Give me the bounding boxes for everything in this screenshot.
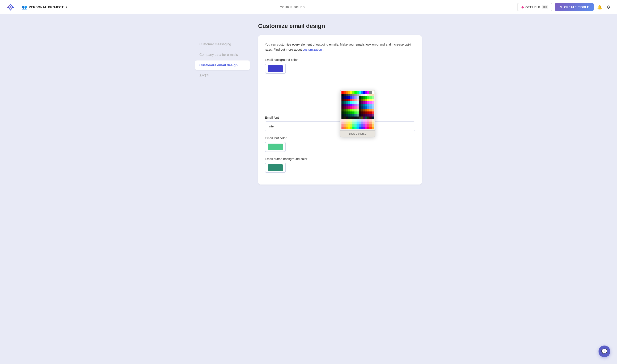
color-cell[interactable] (357, 124, 359, 127)
color-cell[interactable] (372, 99, 374, 101)
color-cell[interactable] (359, 127, 361, 129)
color-cell[interactable] (369, 111, 372, 114)
color-cell[interactable] (341, 101, 344, 104)
color-cell[interactable] (357, 122, 359, 124)
color-cell[interactable] (365, 106, 367, 109)
color-cell[interactable] (348, 106, 350, 109)
color-cell[interactable] (359, 104, 361, 106)
color-cell[interactable] (348, 117, 350, 119)
color-cell[interactable] (354, 111, 357, 114)
color-cell[interactable] (354, 127, 357, 129)
color-cell[interactable] (348, 109, 350, 111)
color-cell[interactable] (357, 104, 359, 106)
color-cell[interactable] (348, 91, 350, 94)
color-cell[interactable] (367, 122, 369, 124)
color-cell[interactable] (352, 127, 354, 129)
color-cell[interactable] (341, 91, 344, 94)
color-cell[interactable] (369, 122, 372, 124)
color-cell[interactable] (354, 101, 357, 104)
color-cell[interactable] (346, 127, 348, 129)
color-cell[interactable] (365, 94, 367, 96)
color-cell[interactable] (365, 91, 367, 94)
color-cell[interactable] (369, 94, 372, 96)
font-color-swatch-button[interactable] (265, 142, 286, 152)
color-cell[interactable] (341, 96, 344, 99)
color-cell[interactable] (359, 119, 361, 122)
color-cell[interactable] (344, 96, 346, 99)
color-cell[interactable] (352, 119, 354, 122)
color-cell[interactable] (348, 104, 350, 106)
color-cell[interactable] (346, 96, 348, 99)
color-cell[interactable] (372, 124, 374, 127)
color-cell[interactable] (365, 124, 367, 127)
color-cell[interactable] (359, 91, 361, 94)
settings-gear-icon[interactable]: ⚙ (606, 4, 611, 11)
color-cell[interactable] (352, 124, 354, 127)
color-cell[interactable] (344, 124, 346, 127)
color-cell[interactable] (344, 104, 346, 106)
color-cell[interactable] (359, 94, 361, 96)
color-cell[interactable] (357, 111, 359, 114)
color-cell[interactable] (354, 124, 357, 127)
color-cell[interactable] (365, 104, 367, 106)
color-cell[interactable] (369, 117, 372, 119)
color-cell[interactable] (344, 111, 346, 114)
color-cell[interactable] (359, 101, 361, 104)
color-cell[interactable] (348, 94, 350, 96)
color-cell[interactable] (367, 117, 369, 119)
color-cell[interactable] (361, 99, 363, 101)
color-cell[interactable] (352, 101, 354, 104)
logo[interactable] (6, 3, 15, 11)
color-cell[interactable] (352, 91, 354, 94)
color-cell[interactable] (369, 99, 372, 101)
color-cell[interactable] (372, 109, 374, 111)
color-cell[interactable] (357, 96, 359, 99)
color-cell[interactable] (369, 96, 372, 99)
color-cell[interactable] (350, 127, 352, 129)
color-cell[interactable] (359, 111, 361, 114)
color-cell[interactable] (361, 127, 363, 129)
color-cell[interactable] (350, 94, 352, 96)
color-cell[interactable] (348, 111, 350, 114)
color-cell[interactable] (361, 122, 363, 124)
color-cell[interactable] (361, 117, 363, 119)
color-cell[interactable] (372, 91, 374, 94)
your-riddles-link[interactable]: YOUR RIDDLES (280, 5, 305, 9)
color-cell[interactable] (352, 111, 354, 114)
color-cell[interactable] (344, 122, 346, 124)
color-cell[interactable] (341, 124, 344, 127)
color-cell[interactable] (359, 96, 361, 99)
color-cell[interactable] (363, 106, 365, 109)
color-cell[interactable] (357, 101, 359, 104)
color-cell[interactable] (341, 106, 344, 109)
color-cell[interactable] (363, 124, 365, 127)
color-cell[interactable] (369, 109, 372, 111)
color-cell[interactable] (367, 101, 369, 104)
color-cell[interactable] (354, 114, 357, 117)
color-cell[interactable] (363, 104, 365, 106)
color-cell[interactable] (365, 117, 367, 119)
color-cell[interactable] (352, 96, 354, 99)
color-cell[interactable] (363, 96, 365, 99)
color-cell[interactable] (346, 117, 348, 119)
color-cell[interactable] (369, 106, 372, 109)
color-cell[interactable] (357, 106, 359, 109)
color-cell[interactable] (354, 109, 357, 111)
color-cell[interactable] (350, 124, 352, 127)
color-cell[interactable] (350, 119, 352, 122)
color-cell[interactable] (367, 111, 369, 114)
color-cell[interactable] (348, 101, 350, 104)
color-cell[interactable] (354, 96, 357, 99)
color-cell[interactable] (348, 127, 350, 129)
color-cell[interactable] (348, 124, 350, 127)
create-riddle-button[interactable]: ✎ CREATE RIDDLE (555, 3, 594, 11)
color-cell[interactable] (344, 91, 346, 94)
color-cell[interactable] (344, 106, 346, 109)
color-cell[interactable] (369, 101, 372, 104)
color-cell[interactable] (363, 114, 365, 117)
color-cell[interactable] (365, 111, 367, 114)
color-cell[interactable] (367, 124, 369, 127)
color-cell[interactable] (372, 122, 374, 124)
color-cell[interactable] (372, 104, 374, 106)
color-cell[interactable] (363, 119, 365, 122)
